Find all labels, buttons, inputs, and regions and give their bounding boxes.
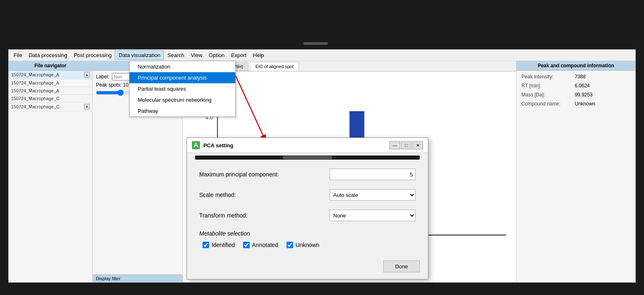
scroll-down-icon[interactable]: ▼	[84, 104, 90, 110]
checkbox-row: Identified Annotated Unknown	[199, 242, 416, 248]
checkbox-identified-label: Identified	[212, 242, 235, 248]
form-row-transform-method: Transform method: None Log10 Square root	[199, 210, 416, 221]
dialog-footer: Done	[187, 257, 428, 279]
checkbox-unknown-input[interactable]	[287, 242, 293, 248]
menu-post-processing[interactable]: Post processing	[71, 51, 115, 59]
info-row-3: Compound name: Unknown	[521, 101, 630, 107]
right-panel-header: Peak and compound information	[517, 61, 635, 71]
menu-search[interactable]: Search	[164, 51, 187, 59]
file-navigator-header: File navigator	[9, 61, 92, 71]
metabolite-section-label: Metabolite selection	[199, 230, 416, 237]
info-value-1: 6.0624	[575, 83, 590, 89]
file-item-2[interactable]: 150724_Macrophage_A	[9, 87, 92, 95]
info-label-2: Mass [Da]:	[521, 92, 575, 98]
dropdown-menu: Normalization Principal component analys…	[129, 61, 236, 117]
file-item-label-1: 150724_Macrophage_A	[11, 80, 59, 85]
info-row-1: RT [min]: 6.0624	[521, 83, 630, 89]
menu-data-processing[interactable]: Data processing	[25, 51, 71, 59]
checkbox-unknown-label: Unknown	[296, 242, 319, 248]
minimize-button[interactable]: —	[389, 141, 400, 149]
info-value-2: 99.9253	[575, 92, 592, 98]
menu-file[interactable]: File	[10, 51, 25, 59]
file-navigator-panel: File navigator 150724_Macrophage_A ▲ 150…	[9, 61, 93, 282]
transform-method-label: Transform method:	[199, 212, 330, 219]
metabolite-section: Metabolite selection Identified Annotate…	[199, 230, 416, 248]
maximize-button[interactable]: □	[401, 141, 412, 149]
max-component-label: Maximum principal component:	[199, 171, 330, 178]
menu-export[interactable]: Export	[228, 51, 250, 59]
label-text: Label:	[96, 74, 109, 80]
title-bar-grip	[303, 42, 328, 45]
dialog-body: Maximum principal component: Scale metho…	[187, 162, 428, 257]
dropdown-item-pls[interactable]: Partial least squares	[130, 83, 235, 94]
info-value-0: 7388	[575, 74, 586, 80]
checkbox-annotated-input[interactable]	[243, 242, 250, 248]
dialog-titlebar: PCA setting — □ ✕	[187, 138, 428, 153]
transform-method-select[interactable]: None Log10 Square root	[330, 210, 416, 221]
file-item-label-3: 150724_Macrophage_C	[11, 96, 59, 101]
display-filter: Display filter	[93, 274, 182, 282]
right-panel: Peak and compound information Peak inten…	[517, 61, 635, 282]
dialog-title-text: PCA setting	[203, 142, 386, 149]
file-item-label-2: 150724_Macrophage_A	[11, 88, 59, 93]
menu-option[interactable]: Option	[205, 51, 228, 59]
dialog-progress-bar	[195, 156, 420, 160]
menu-help[interactable]: Help	[250, 51, 267, 59]
max-component-input[interactable]	[330, 169, 416, 180]
checkbox-identified[interactable]: Identified	[203, 242, 235, 248]
file-item-1[interactable]: 150724_Macrophage_A	[9, 79, 92, 87]
info-label-1: RT [min]:	[521, 83, 575, 89]
file-item-3[interactable]: 150724_Macrophage_C	[9, 95, 92, 103]
info-row-2: Mass [Da]: 99.9253	[521, 92, 630, 98]
menu-data-visualization[interactable]: Data visualization	[115, 50, 164, 60]
peak-spots-text: Peak spots: 10	[96, 82, 128, 88]
dialog-icon	[192, 141, 200, 149]
scale-method-label: Scale method:	[199, 192, 330, 198]
file-item-4[interactable]: 150724_Macrophage_C ▼	[9, 103, 92, 111]
dialog-controls: — □ ✕	[389, 141, 423, 149]
form-row-max-component: Maximum principal component:	[199, 169, 416, 180]
info-label-0: Peak intensity:	[521, 74, 575, 80]
menu-view[interactable]: View	[188, 51, 206, 59]
file-list: 150724_Macrophage_A ▲ 150724_Macrophage_…	[9, 71, 92, 282]
form-row-scale-method: Scale method: Auto scale Pareto scale Me…	[199, 189, 416, 201]
pca-dialog: PCA setting — □ ✕ Maximum principal comp…	[187, 137, 428, 279]
dropdown-item-normalization[interactable]: Normalization	[130, 61, 235, 72]
info-value-3: Unknown	[575, 101, 595, 107]
checkbox-annotated[interactable]: Annotated	[243, 242, 278, 248]
checkbox-annotated-label: Annotated	[252, 242, 278, 248]
info-row-0: Peak intensity: 7388	[521, 74, 630, 80]
dialog-progress-inner	[283, 156, 332, 159]
checkbox-identified-input[interactable]	[203, 242, 209, 248]
info-label-3: Compound name:	[521, 101, 575, 107]
scale-method-select[interactable]: Auto scale Pareto scale Mean center None	[330, 189, 416, 201]
menu-bar: File Data processing Post processing Dat…	[9, 50, 635, 61]
file-item-label-0: 150724_Macrophage_A	[11, 72, 59, 77]
close-button[interactable]: ✕	[412, 141, 423, 149]
dropdown-item-pca[interactable]: Principal component analysis	[130, 72, 235, 83]
title-bar-area	[283, 39, 348, 48]
dropdown-item-pathway[interactable]: Pathway	[130, 105, 235, 117]
dropdown-item-msn[interactable]: Molecular spectrum networking	[130, 94, 235, 105]
file-item-0[interactable]: 150724_Macrophage_A ▲	[9, 71, 92, 79]
done-button[interactable]: Done	[383, 261, 420, 272]
scroll-up-icon[interactable]: ▲	[84, 72, 90, 78]
checkbox-unknown[interactable]: Unknown	[287, 242, 319, 248]
file-item-label-4: 150724_Macrophage_C	[11, 104, 59, 109]
tab-eic[interactable]: EIC of aligned spot	[250, 62, 299, 71]
info-table: Peak intensity: 7388 RT [min]: 6.0624 Ma…	[517, 71, 635, 113]
